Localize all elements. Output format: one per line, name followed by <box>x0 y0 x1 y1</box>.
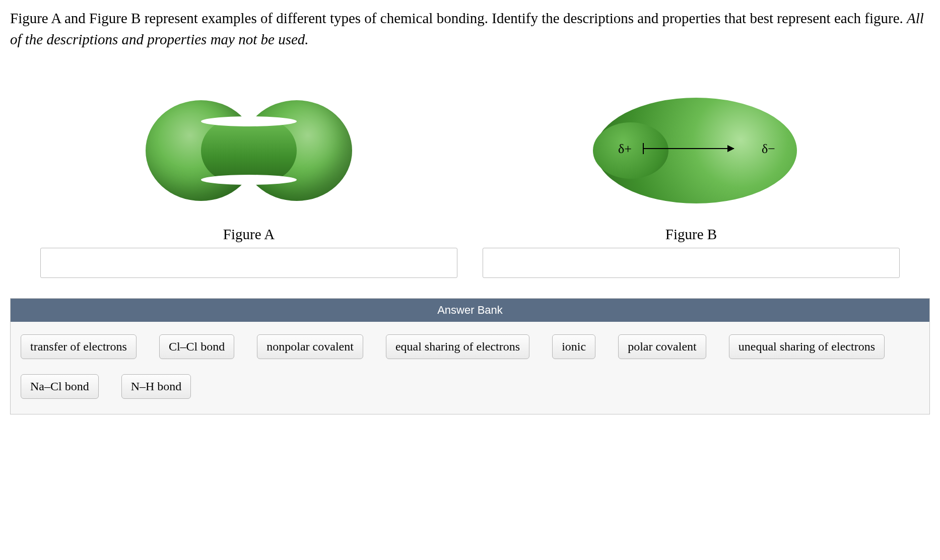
answer-chip[interactable]: transfer of electrons <box>21 334 137 359</box>
figure-b-image: δ+ δ− <box>483 85 900 216</box>
molecule-b-icon: δ+ δ− <box>575 98 807 203</box>
question-container: Figure A and Figure B represent examples… <box>0 0 940 422</box>
delta-minus-label: δ− <box>762 142 775 157</box>
figure-b-label: Figure B <box>665 226 717 243</box>
answer-chip[interactable]: nonpolar covalent <box>257 334 363 359</box>
answer-bank-body: transfer of electrons Cl–Cl bond nonpola… <box>11 322 929 414</box>
figure-a-label: Figure A <box>223 226 275 243</box>
answer-chip[interactable]: N–H bond <box>121 374 191 399</box>
figure-b-dropzone[interactable] <box>483 248 900 278</box>
answer-chip[interactable]: equal sharing of electrons <box>386 334 529 359</box>
figure-b-column: δ+ δ− Figure B <box>483 85 900 278</box>
answer-chip[interactable]: Na–Cl bond <box>21 374 99 399</box>
answer-chip[interactable]: polar covalent <box>618 334 706 359</box>
answer-bank: Answer Bank transfer of electrons Cl–Cl … <box>10 298 930 414</box>
answer-chip[interactable]: ionic <box>552 334 595 359</box>
delta-plus-label: δ+ <box>618 142 632 157</box>
figure-a-dropzone[interactable] <box>40 248 457 278</box>
question-part1: Figure A and Figure B represent examples… <box>10 10 907 26</box>
answer-chip[interactable]: Cl–Cl bond <box>159 334 234 359</box>
question-text: Figure A and Figure B represent examples… <box>10 8 930 50</box>
figure-a-column: Figure A <box>40 85 457 278</box>
figures-row: Figure A δ+ δ− Figure B <box>10 85 930 278</box>
answer-bank-title: Answer Bank <box>11 299 929 322</box>
figure-a-image <box>40 85 457 216</box>
molecule-a-icon <box>146 100 352 201</box>
answer-chip[interactable]: unequal sharing of electrons <box>729 334 885 359</box>
dipole-arrow-icon <box>643 148 734 149</box>
